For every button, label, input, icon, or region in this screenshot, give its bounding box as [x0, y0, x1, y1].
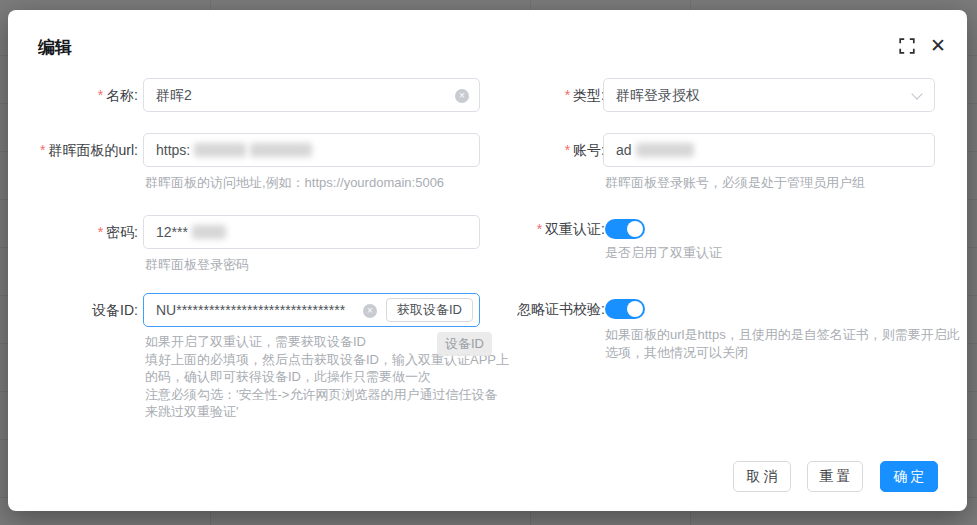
ignore-cert-label: 忽略证书校验: [436, 296, 605, 324]
two-factor-help: 是否启用了双重认证 [605, 244, 722, 262]
form-row-3: *密码: 12*** 群晖面板登录密码 *双重认证: 是否启用了双重认证 [8, 215, 967, 285]
url-input[interactable]: https: [143, 133, 480, 167]
required-mark: * [98, 224, 103, 240]
dialog-title: 编辑 [38, 36, 72, 59]
redacted-text [250, 143, 312, 157]
type-select[interactable]: 群晖登录授权 [603, 78, 935, 112]
edit-dialog: 编辑 ✕ *名称: 群晖2 × *类型: 群晖登录授权 *群晖面板的url: h… [8, 10, 967, 511]
url-label: *群晖面板的url: [8, 133, 138, 167]
required-mark: * [565, 87, 570, 103]
toggle-knob [627, 221, 643, 237]
page-root: { "dialog": { "title": "编辑", "icons": { … [0, 0, 977, 525]
account-input[interactable]: ad [603, 133, 935, 167]
name-label: *名称: [8, 78, 138, 112]
form-row-2: *群晖面板的url: https: 群晖面板的访问地址,例如：https://y… [8, 133, 967, 213]
account-label: *账号: [436, 133, 605, 167]
two-factor-label: *双重认证: [436, 216, 605, 244]
device-id-input[interactable]: NU******************************* × 获取设备… [143, 293, 480, 327]
password-label: *密码: [8, 215, 138, 249]
device-id-label: 设备ID: [8, 293, 138, 327]
clear-icon[interactable]: × [363, 304, 377, 318]
name-input[interactable]: 群晖2 × [143, 78, 480, 112]
cancel-button[interactable]: 取消 [733, 461, 791, 492]
confirm-button[interactable]: 确定 [880, 461, 938, 492]
required-mark: * [98, 87, 103, 103]
dialog-window-controls: ✕ [898, 37, 946, 55]
ignore-cert-toggle[interactable] [605, 299, 645, 319]
required-mark: * [537, 221, 542, 237]
close-icon[interactable]: ✕ [930, 37, 946, 55]
ignore-cert-help: 如果面板的url是https，且使用的是自签名证书，则需要开启此 选项，其他情况… [605, 326, 960, 361]
password-input[interactable]: 12*** [143, 215, 480, 249]
redacted-text [192, 225, 226, 239]
device-id-tooltip: 设备ID [437, 332, 492, 356]
type-label: *类型: [436, 78, 605, 112]
redacted-text [194, 143, 246, 157]
two-factor-toggle[interactable] [605, 219, 645, 239]
toggle-knob [627, 301, 643, 317]
required-mark: * [565, 142, 570, 158]
required-mark: * [40, 142, 45, 158]
account-help: 群晖面板登录账号，必须是处于管理员用户组 [605, 174, 865, 192]
password-help: 群晖面板登录密码 [145, 256, 249, 274]
form-row-1: *名称: 群晖2 × *类型: 群晖登录授权 [8, 78, 967, 112]
redacted-text [636, 143, 694, 157]
url-help: 群晖面板的访问地址,例如：https://yourdomain:5006 [145, 174, 444, 192]
chevron-down-icon [911, 88, 922, 99]
reset-button[interactable]: 重置 [807, 461, 863, 492]
form-row-4: 设备ID: NU******************************* … [8, 293, 967, 423]
fullscreen-icon[interactable] [898, 37, 916, 55]
